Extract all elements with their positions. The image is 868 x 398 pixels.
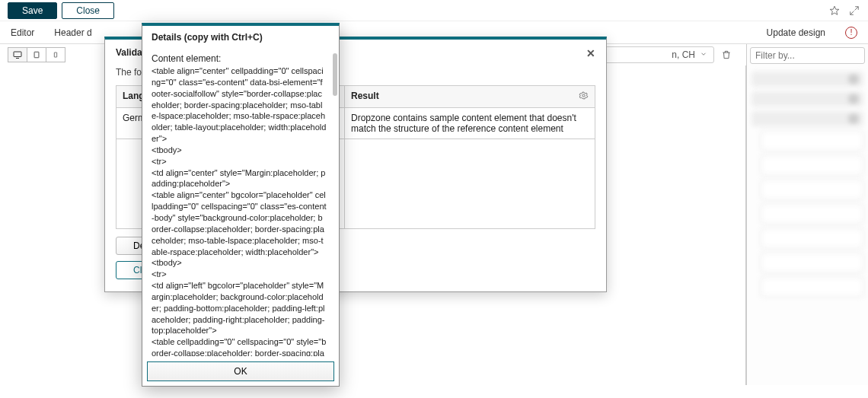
- panel-item[interactable]: [761, 253, 863, 272]
- star-icon[interactable]: [828, 5, 841, 17]
- filter-input[interactable]: [750, 47, 865, 64]
- panel-item[interactable]: [761, 228, 863, 248]
- device-tablet-button[interactable]: [27, 47, 46, 62]
- details-code[interactable]: <table align="center" cellpadding="0" ce…: [152, 65, 327, 356]
- panel-item[interactable]: [761, 155, 863, 175]
- panel-item[interactable]: [761, 131, 863, 151]
- top-toolbar: Save Close: [0, 0, 868, 21]
- panel-item[interactable]: [761, 277, 863, 297]
- header-label: Header d: [54, 27, 91, 38]
- warning-icon[interactable]: !: [845, 27, 857, 39]
- expand-icon[interactable]: [848, 5, 860, 17]
- right-panel: [746, 44, 868, 385]
- details-modal: Details (copy with Ctrl+C) Content eleme…: [142, 23, 340, 387]
- gear-icon[interactable]: [579, 91, 589, 103]
- col-result: Result: [345, 86, 595, 108]
- details-scroll[interactable]: Content element: <table align="center" c…: [152, 49, 330, 356]
- panel-section[interactable]: [752, 91, 863, 107]
- trash-icon[interactable]: [720, 49, 732, 61]
- save-button[interactable]: Save: [8, 2, 57, 19]
- ok-button[interactable]: OK: [147, 361, 334, 381]
- cell-result: Dropzone contains sample content element…: [345, 108, 595, 139]
- content-element-label: Content element:: [152, 53, 327, 64]
- close-icon[interactable]: ✕: [586, 47, 595, 59]
- panel-item[interactable]: [761, 204, 863, 224]
- language-value: n, CH: [672, 49, 695, 60]
- chevron-down-icon: [700, 49, 707, 60]
- details-title: Details (copy with Ctrl+C): [142, 26, 339, 49]
- device-desktop-button[interactable]: [8, 47, 27, 62]
- panel-section[interactable]: [752, 72, 863, 87]
- device-mobile-button[interactable]: [46, 47, 65, 62]
- svg-rect-1: [14, 52, 21, 57]
- panel-item[interactable]: [761, 180, 863, 199]
- editor-label: Editor: [11, 27, 34, 38]
- svg-point-4: [582, 94, 585, 97]
- panel-section[interactable]: [752, 111, 863, 126]
- scrollbar-thumb[interactable]: [333, 53, 337, 96]
- svg-rect-3: [54, 53, 56, 57]
- svg-marker-0: [830, 6, 839, 14]
- svg-rect-2: [34, 52, 39, 58]
- update-design-link[interactable]: Update design: [767, 27, 825, 38]
- close-button[interactable]: Close: [62, 2, 114, 19]
